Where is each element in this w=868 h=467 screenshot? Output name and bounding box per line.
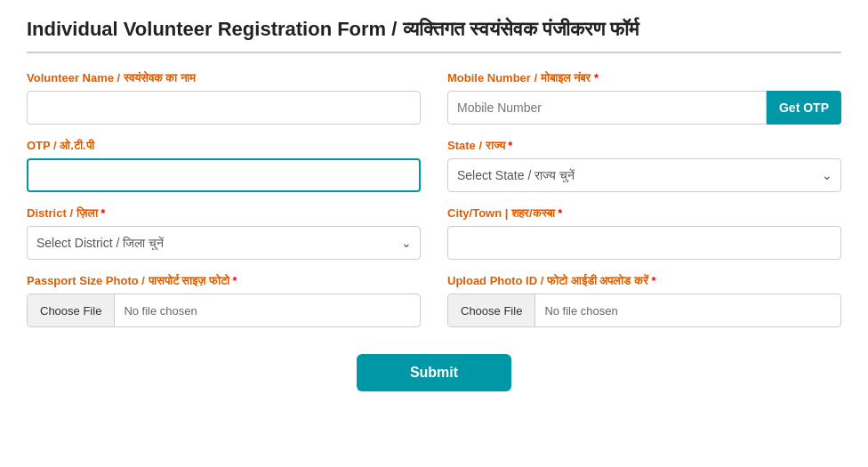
passport-file-name: No file chosen [115,304,205,318]
page-title: Individual Volunteer Registration Form /… [27,18,841,53]
photo-id-file-wrapper: Choose File No file chosen [447,294,841,327]
mobile-number-group: Mobile Number / मोबाइल नंबर * Get OTP [447,71,841,125]
mobile-number-input[interactable] [447,91,767,125]
otp-input[interactable] [27,158,421,192]
district-label: District / ज़िला * [27,206,421,221]
passport-photo-group: Passport Size Photo / पासपोर्ट साइज़ फोट… [27,274,421,327]
state-label: State / राज्य * [447,139,841,153]
district-select[interactable]: Select District / जिला चुनें [27,226,421,260]
city-label: City/Town | शहर/कस्बा * [447,206,841,221]
district-group: District / ज़िला * Select District / जिल… [27,206,421,260]
passport-choose-file-button[interactable]: Choose File [28,294,115,326]
city-input[interactable] [447,226,841,260]
state-select-wrapper: Select State / राज्य चुनें ⌄ [447,158,841,192]
mobile-row: Get OTP [447,91,841,125]
city-group: City/Town | शहर/कस्बा * [447,206,841,260]
get-otp-button[interactable]: Get OTP [767,91,841,125]
passport-file-wrapper: Choose File No file chosen [27,294,421,327]
submit-button[interactable]: Submit [357,354,511,391]
photo-id-group: Upload Photo ID / फोटो आईडी अपलोड करें *… [447,274,841,327]
photo-id-label: Upload Photo ID / फोटो आईडी अपलोड करें * [447,274,841,288]
state-select[interactable]: Select State / राज्य चुनें [447,158,841,192]
otp-group: OTP / ओ.टी.पी [27,139,421,192]
volunteer-name-input[interactable] [27,91,421,125]
passport-photo-label: Passport Size Photo / पासपोर्ट साइज़ फोट… [27,274,421,288]
volunteer-name-group: Volunteer Name / स्वयंसेवक का नाम [27,71,421,125]
photo-id-file-name: No file chosen [535,304,626,318]
submit-row: Submit [27,354,841,391]
otp-label: OTP / ओ.टी.पी [27,139,421,153]
state-group: State / राज्य * Select State / राज्य चुन… [447,139,841,192]
form-grid: Volunteer Name / स्वयंसेवक का नाम Mobile… [27,71,841,327]
photo-id-choose-file-button[interactable]: Choose File [448,294,535,326]
volunteer-name-label: Volunteer Name / स्वयंसेवक का नाम [27,71,421,85]
mobile-number-label: Mobile Number / मोबाइल नंबर * [447,71,841,85]
district-select-wrapper: Select District / जिला चुनें ⌄ [27,226,421,260]
